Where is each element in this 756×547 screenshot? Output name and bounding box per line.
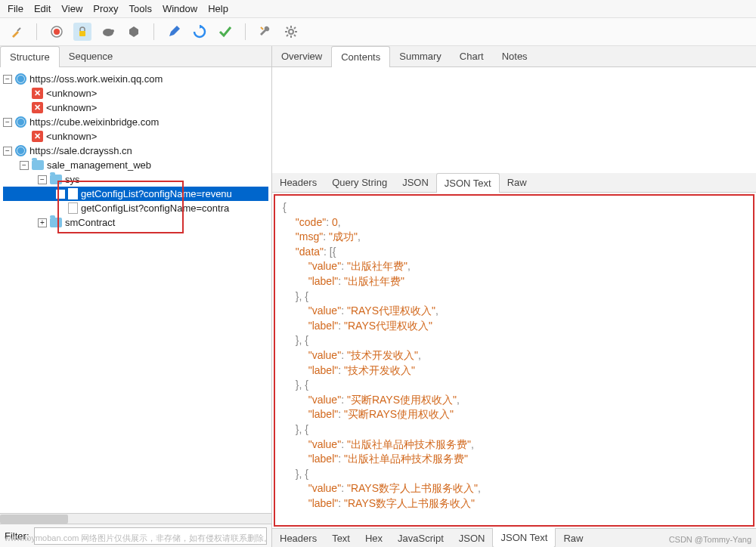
- menu-tools[interactable]: Tools: [129, 3, 152, 14]
- toolbar-separator: [245, 23, 246, 40]
- tree-label: <unknown>: [46, 131, 97, 142]
- doc-icon: [68, 202, 78, 214]
- folder-icon: [50, 218, 62, 227]
- json-text-area[interactable]: { "code": 0, "msg": "成功", "data": [{ "va…: [272, 193, 756, 528]
- tree-item[interactable]: ✕<unknown>: [3, 100, 268, 115]
- right-panel: Overview Contents Summary Chart Notes He…: [272, 46, 756, 547]
- broom-icon[interactable]: [8, 23, 26, 41]
- scroll-thumb[interactable]: [0, 515, 68, 524]
- bottomtab-jsontext[interactable]: JSON Text: [492, 528, 556, 547]
- pencil-icon[interactable]: [165, 23, 183, 41]
- tree-label: getConfigList?configName=revenu: [81, 188, 232, 199]
- left-panel: Structure Sequence −https://oss.work.wei…: [0, 46, 272, 547]
- subtab-jsontext[interactable]: JSON Text: [436, 173, 500, 193]
- globe-icon: [15, 73, 26, 85]
- menu-proxy[interactable]: Proxy: [93, 3, 118, 14]
- tab-contents[interactable]: Contents: [331, 46, 390, 67]
- tree-host[interactable]: −https://oss.work.weixin.qq.com: [3, 72, 268, 86]
- bottomtab-hex[interactable]: Hex: [358, 529, 390, 547]
- folder-icon: [32, 160, 44, 170]
- tree-label: sys: [65, 174, 80, 185]
- check-icon[interactable]: [216, 23, 234, 41]
- tab-sequence[interactable]: Sequence: [60, 46, 122, 66]
- toolbar-separator: [36, 23, 37, 40]
- globe-icon: [15, 116, 26, 128]
- tree-label: https://oss.work.weixin.qq.com: [29, 73, 163, 85]
- request-subtabs: Headers Query String JSON JSON Text Raw: [272, 173, 756, 193]
- subtab-headers[interactable]: Headers: [272, 173, 324, 192]
- tree-label: smContract: [65, 217, 115, 228]
- tree-request[interactable]: getConfigList?configName=contra: [3, 201, 268, 215]
- error-icon: ✕: [32, 131, 43, 142]
- watermark-left: www.toymoban.com 网络图片仅供展示，非存储，如有侵权请联系删除。: [5, 533, 272, 544]
- watermark-right: CSDN @Tommy-Yang: [669, 535, 751, 544]
- svg-line-12: [294, 35, 296, 36]
- tree-item[interactable]: ✕<unknown>: [3, 86, 268, 100]
- bottomtab-raw[interactable]: Raw: [556, 529, 590, 547]
- tree-label: sale_management_web: [47, 159, 151, 171]
- menu-help[interactable]: Help: [208, 3, 228, 14]
- tree-host[interactable]: −https://sale.dcrayssh.cn: [3, 144, 268, 158]
- globe-icon: [15, 145, 26, 156]
- svg-rect-2: [79, 31, 85, 36]
- svg-line-14: [294, 27, 296, 29]
- tree-folder[interactable]: +smContract: [3, 215, 268, 230]
- error-icon: ✕: [32, 88, 43, 99]
- doc-icon: [68, 188, 78, 199]
- gear-icon[interactable]: [282, 23, 300, 41]
- toolbar: [0, 18, 756, 46]
- bottomtab-headers[interactable]: Headers: [272, 529, 324, 547]
- hex-icon[interactable]: [125, 23, 143, 41]
- menu-file[interactable]: File: [8, 3, 23, 14]
- bottomtab-json[interactable]: JSON: [451, 529, 493, 547]
- svg-marker-5: [129, 26, 138, 37]
- json-content: { "code": 0, "msg": "成功", "data": [{ "va…: [272, 193, 756, 518]
- tree-label: https://cube.weixinbridge.com: [29, 116, 159, 128]
- menu-view[interactable]: View: [61, 3, 82, 14]
- tree-label: getConfigList?configName=contra: [81, 202, 229, 214]
- tab-summary[interactable]: Summary: [390, 46, 451, 66]
- tree-item[interactable]: ✕<unknown>: [3, 129, 268, 144]
- tree-label: <unknown>: [46, 102, 97, 113]
- right-tabs: Overview Contents Summary Chart Notes: [272, 46, 756, 67]
- refresh-icon[interactable]: [191, 23, 209, 41]
- wrench-icon[interactable]: [256, 23, 274, 41]
- left-tabs: Structure Sequence: [0, 46, 271, 67]
- svg-point-6: [289, 29, 293, 34]
- tree-request-selected[interactable]: getConfigList?configName=revenu: [3, 187, 268, 201]
- tree-folder[interactable]: −sys: [3, 172, 268, 187]
- tab-notes[interactable]: Notes: [493, 46, 537, 66]
- subtab-querystring[interactable]: Query String: [324, 173, 395, 192]
- tree-folder[interactable]: −sale_management_web: [3, 158, 268, 172]
- svg-line-11: [287, 27, 288, 29]
- bottomtab-javascript[interactable]: JavaScript: [390, 529, 451, 547]
- menubar: File Edit View Proxy Tools Window Help: [0, 0, 756, 18]
- turtle-icon[interactable]: [99, 23, 117, 41]
- subtab-raw[interactable]: Raw: [500, 173, 534, 192]
- tab-overview[interactable]: Overview: [272, 46, 331, 66]
- tab-chart[interactable]: Chart: [451, 46, 493, 66]
- tree: −https://oss.work.weixin.qq.com ✕<unknow…: [0, 67, 271, 513]
- tree-label: <unknown>: [46, 88, 97, 99]
- main-area: Structure Sequence −https://oss.work.wei…: [0, 46, 756, 547]
- tree-host[interactable]: −https://cube.weixinbridge.com: [3, 115, 268, 129]
- tab-structure[interactable]: Structure: [0, 46, 60, 67]
- subtab-json[interactable]: JSON: [395, 173, 436, 192]
- error-icon: ✕: [32, 102, 43, 113]
- horizontal-scrollbar[interactable]: [0, 513, 271, 524]
- svg-point-4: [111, 29, 114, 32]
- svg-point-1: [54, 29, 60, 35]
- tree-label: https://sale.dcrayssh.cn: [29, 145, 132, 156]
- bottomtab-text[interactable]: Text: [324, 529, 358, 547]
- svg-line-13: [287, 35, 288, 36]
- lock-icon[interactable]: [73, 23, 91, 41]
- menu-window[interactable]: Window: [163, 3, 197, 14]
- folder-icon: [50, 175, 62, 184]
- menu-edit[interactable]: Edit: [34, 3, 51, 14]
- record-icon[interactable]: [48, 23, 66, 41]
- toolbar-separator: [153, 23, 154, 40]
